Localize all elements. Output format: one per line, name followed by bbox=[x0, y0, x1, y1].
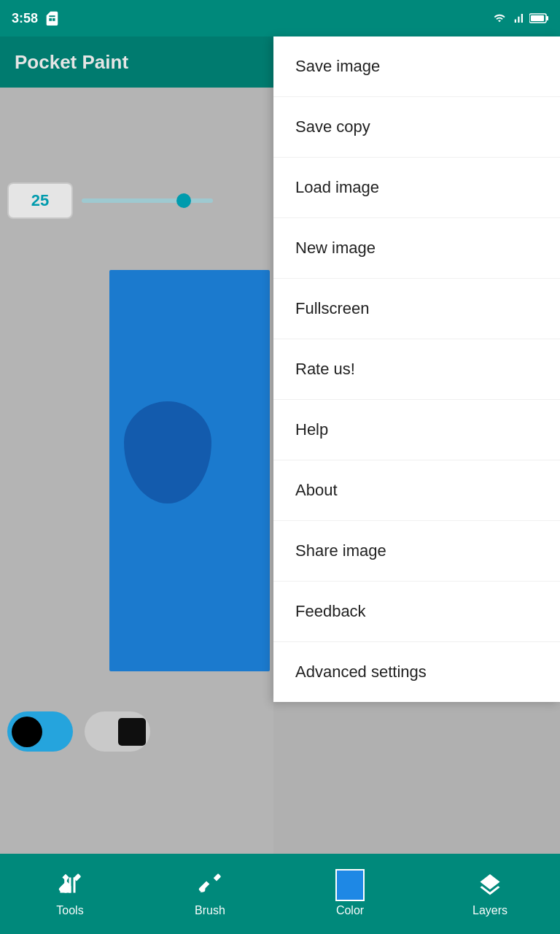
nav-item-tools[interactable]: Tools bbox=[0, 871, 140, 917]
color-swatch bbox=[335, 869, 365, 901]
nav-label-brush: Brush bbox=[195, 904, 225, 917]
wifi-icon bbox=[491, 12, 508, 24]
menu-item-advanced-settings[interactable]: Advanced settings bbox=[273, 642, 560, 702]
menu-item-feedback[interactable]: Feedback bbox=[273, 582, 560, 642]
menu-item-about[interactable]: About bbox=[273, 460, 560, 521]
menu-item-fullscreen[interactable]: Fullscreen bbox=[273, 279, 560, 339]
signal-icon bbox=[512, 12, 525, 25]
nav-label-color: Color bbox=[336, 904, 364, 917]
nav-item-layers[interactable]: Layers bbox=[420, 871, 560, 917]
status-bar: 3:58 bbox=[0, 0, 560, 36]
status-right bbox=[491, 12, 548, 25]
svg-rect-2 bbox=[531, 15, 544, 21]
nav-item-brush[interactable]: Brush bbox=[140, 871, 280, 917]
menu-overlay[interactable]: Save image Save copy Load image New imag… bbox=[0, 36, 560, 934]
layers-icon bbox=[475, 871, 505, 900]
nav-label-layers: Layers bbox=[472, 904, 508, 917]
menu-item-rate-us[interactable]: Rate us! bbox=[273, 339, 560, 400]
bottom-nav: Tools Brush Color Layers bbox=[0, 854, 560, 934]
battery-icon bbox=[529, 13, 548, 23]
menu-item-help[interactable]: Help bbox=[273, 400, 560, 460]
brush-icon bbox=[195, 871, 225, 900]
menu-item-save-copy[interactable]: Save copy bbox=[273, 97, 560, 158]
menu-item-share-image[interactable]: Share image bbox=[273, 521, 560, 582]
tools-icon bbox=[55, 871, 85, 900]
nav-item-color[interactable]: Color bbox=[280, 871, 420, 917]
time-display: 3:58 bbox=[12, 11, 38, 26]
sim-icon bbox=[44, 10, 60, 26]
svg-rect-1 bbox=[546, 16, 548, 20]
dropdown-menu: Save image Save copy Load image New imag… bbox=[273, 36, 560, 702]
menu-backdrop[interactable] bbox=[0, 36, 273, 934]
menu-item-new-image[interactable]: New image bbox=[273, 218, 560, 279]
menu-item-save-image[interactable]: Save image bbox=[273, 36, 560, 97]
status-left: 3:58 bbox=[12, 10, 60, 26]
menu-item-load-image[interactable]: Load image bbox=[273, 158, 560, 218]
color-icon bbox=[335, 871, 365, 900]
nav-label-tools: Tools bbox=[56, 904, 83, 917]
